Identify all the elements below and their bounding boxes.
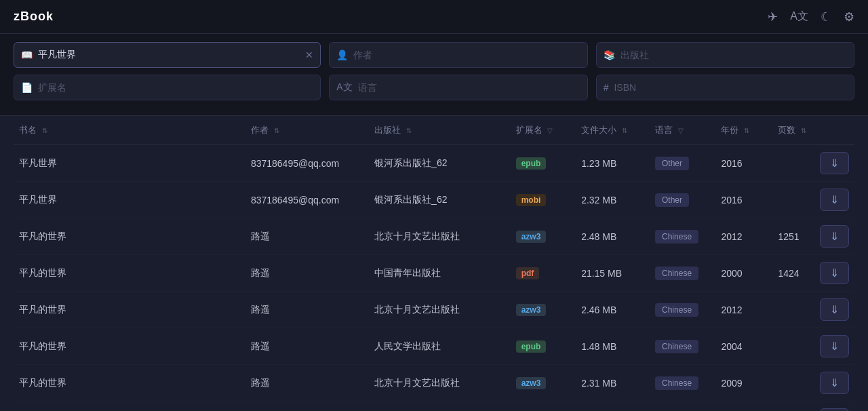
- col-header-lang[interactable]: 语言 ▽: [650, 116, 715, 145]
- ext-badge: mobi: [516, 194, 547, 206]
- sort-pages-icon[interactable]: ⇅: [801, 127, 806, 134]
- download-button[interactable]: ⇓: [820, 225, 849, 248]
- isbn-input[interactable]: [614, 82, 847, 93]
- title-input[interactable]: [38, 50, 300, 60]
- table-row: 平凡的世界 路遥 北京十月文艺出版社 azw3 2.31 MB Chinese …: [14, 365, 854, 402]
- header: zBook ✈ A文 ☾ ⚙: [0, 0, 868, 34]
- download-button[interactable]: ⇓: [820, 298, 849, 321]
- cell-publisher: 人民文学出版社: [369, 328, 511, 365]
- cell-author: 路遥: [245, 328, 369, 365]
- cell-action: ⇓: [814, 218, 854, 255]
- sort-author-icon[interactable]: ⇅: [274, 127, 279, 134]
- sort-size-icon[interactable]: ⇅: [622, 127, 627, 134]
- translate-icon[interactable]: A文: [790, 9, 808, 24]
- cell-title: 平凡的世界: [14, 218, 245, 255]
- lang-badge: Other: [655, 193, 689, 207]
- cell-year: 2016: [715, 402, 772, 412]
- cell-action: ⇓: [814, 255, 854, 292]
- extension-search-wrapper: 📄: [14, 75, 321, 100]
- filter-lang-icon[interactable]: ▽: [678, 127, 684, 134]
- settings-icon[interactable]: ⚙: [844, 9, 854, 24]
- cell-size: 1.23 MB: [576, 145, 650, 182]
- cell-lang: Chinese: [650, 365, 715, 402]
- language-input[interactable]: [358, 82, 580, 93]
- cell-year: 2016: [715, 145, 772, 182]
- cell-ext: azw3: [511, 292, 576, 328]
- results-table: 书名 ⇅ 作者 ⇅ 出版社 ⇅ 扩展名 ▽ 文件大小 ⇅ 语言 ▽ 年份 ⇅ 页…: [14, 116, 854, 411]
- col-header-pages[interactable]: 页数 ⇅: [772, 116, 814, 145]
- cell-pages: 1424: [772, 255, 814, 292]
- ext-badge: azw3: [516, 304, 547, 316]
- cell-publisher: 银河系出版社_62: [369, 182, 511, 218]
- cell-author: 路遥: [245, 218, 369, 255]
- cell-title: 平凡的世界: [14, 255, 245, 292]
- cell-lang: Other: [650, 182, 715, 218]
- col-header-year[interactable]: 年份 ⇅: [715, 116, 772, 145]
- publisher-input[interactable]: [620, 50, 847, 60]
- language-search-wrapper: A文: [329, 75, 587, 100]
- cell-pages: 1251: [772, 218, 814, 255]
- isbn-icon: #: [604, 82, 609, 93]
- download-button[interactable]: ⇓: [820, 189, 849, 211]
- sort-publisher-icon[interactable]: ⇅: [406, 127, 412, 134]
- lang-icon: A文: [336, 81, 352, 94]
- ext-badge: azw3: [516, 231, 547, 243]
- cell-action: ⇓: [814, 365, 854, 402]
- cell-pages: [772, 292, 814, 328]
- filter-ext-icon[interactable]: ▽: [547, 127, 553, 134]
- col-header-publisher[interactable]: 出版社 ⇅: [369, 116, 511, 145]
- cell-year: 2009: [715, 365, 772, 402]
- download-button[interactable]: ⇓: [820, 262, 849, 284]
- cell-author: 路遥: [245, 402, 369, 412]
- col-header-title[interactable]: 书名 ⇅: [14, 116, 245, 145]
- cell-pages: [772, 328, 814, 365]
- cell-action: ⇓: [814, 182, 854, 218]
- col-header-ext[interactable]: 扩展名 ▽: [511, 116, 576, 145]
- col-header-size[interactable]: 文件大小 ⇅: [576, 116, 650, 145]
- cell-ext: epub: [511, 145, 576, 182]
- lang-badge: Chinese: [655, 230, 698, 243]
- send-icon[interactable]: ✈: [768, 9, 778, 24]
- cell-publisher: 北京十月文艺出版社: [369, 292, 511, 328]
- lang-badge: Chinese: [655, 376, 698, 390]
- col-header-author[interactable]: 作者 ⇅: [245, 116, 369, 145]
- cell-ext: mobi: [511, 182, 576, 218]
- lang-badge: Chinese: [655, 303, 698, 317]
- download-button[interactable]: ⇓: [820, 408, 849, 411]
- cell-author: 837186495@qq.com: [245, 145, 369, 182]
- cell-title: 平凡的世界: [14, 328, 245, 365]
- sort-title-icon[interactable]: ⇅: [42, 127, 47, 134]
- cell-size: 1.48 MB: [576, 328, 650, 365]
- download-button[interactable]: ⇓: [820, 372, 849, 394]
- cell-lang: Chinese: [650, 292, 715, 328]
- table-row: 平凡世界 837186495@qq.com 银河系出版社_62 mobi 2.3…: [14, 182, 854, 218]
- author-search-wrapper: 👤: [329, 42, 587, 68]
- cell-action: ⇓: [814, 402, 854, 412]
- author-input[interactable]: [353, 50, 580, 60]
- ext-badge: azw3: [516, 377, 547, 389]
- download-button[interactable]: ⇓: [820, 335, 849, 357]
- ext-badge: epub: [516, 157, 547, 170]
- download-button[interactable]: ⇓: [820, 152, 849, 174]
- cell-size: 2.48 MB: [576, 218, 650, 255]
- cell-ext: azw3: [511, 365, 576, 402]
- cell-author: 路遥: [245, 255, 369, 292]
- extension-input[interactable]: [38, 82, 313, 93]
- title-search-wrapper: 📖 ✕: [14, 42, 321, 68]
- cell-publisher: 人民文学出版社: [369, 402, 511, 412]
- sort-year-icon[interactable]: ⇅: [744, 127, 749, 134]
- cell-pages: [772, 402, 814, 412]
- table-row: 平凡的世界 路遥 中国青年出版社 pdf 21.15 MB Chinese 20…: [14, 255, 854, 292]
- cell-title: 《平凡的世界》: [14, 402, 245, 412]
- ext-icon: 📄: [21, 82, 33, 93]
- cell-author: 837186495@qq.com: [245, 182, 369, 218]
- table-row: 平凡世界 837186495@qq.com 银河系出版社_62 epub 1.2…: [14, 145, 854, 182]
- search-area: 📖 ✕ 👤 📚 📄 A文 #: [0, 34, 868, 116]
- cell-title: 平凡的世界: [14, 292, 245, 328]
- cell-size: 2.32 MB: [576, 182, 650, 218]
- moon-icon[interactable]: ☾: [821, 9, 831, 24]
- cell-pages: [772, 365, 814, 402]
- cell-size: 21.15 MB: [576, 255, 650, 292]
- cell-size: 2.46 MB: [576, 292, 650, 328]
- clear-title-icon[interactable]: ✕: [305, 50, 313, 60]
